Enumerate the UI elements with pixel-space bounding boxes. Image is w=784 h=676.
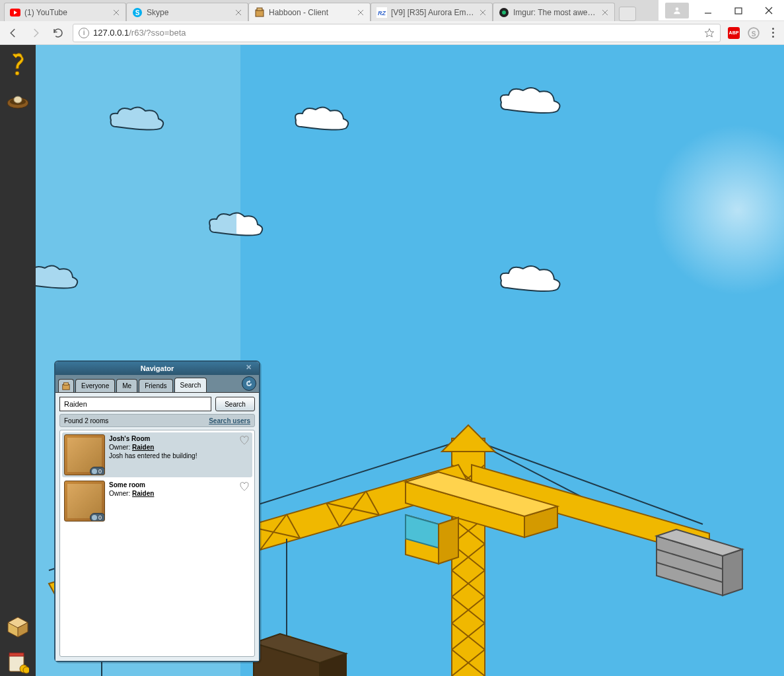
results-count: Found 2 rooms (64, 417, 108, 424)
tab-habboon[interactable]: Habboon - Client (248, 3, 371, 21)
close-icon[interactable] (112, 9, 120, 17)
navigator-titlebar[interactable]: Navigator ✕ (55, 362, 259, 375)
svg-rect-2 (735, 8, 742, 14)
reload-button[interactable] (50, 25, 66, 41)
chrome-menu-button[interactable] (767, 28, 779, 38)
room-description: Josh has entered the building! (109, 452, 250, 460)
chrome-user-button[interactable] (665, 3, 689, 18)
owner-link[interactable]: Raiden (132, 490, 154, 497)
room-title: Some room (109, 481, 250, 489)
omnibox[interactable]: i 127.0.0.1/r63/?sso=beta (73, 24, 721, 42)
tab-imgur[interactable]: Imgur: The most aweson (493, 3, 615, 21)
svg-rect-98 (64, 382, 69, 385)
address-bar: i 127.0.0.1/r63/?sso=beta ABP S (0, 21, 784, 45)
room-title: Josh's Room (109, 434, 250, 443)
tab-label: Imgur: The most aweson (513, 8, 598, 17)
room-item[interactable]: 0 Josh's Room Owner: Raiden Josh has ent… (62, 432, 252, 477)
tab-label: Habboon - Client (269, 8, 354, 17)
svg-point-38 (23, 667, 29, 673)
search-users-link[interactable]: Search users (209, 417, 250, 424)
room-owner: Owner: Raiden (109, 489, 250, 498)
nest-icon[interactable] (5, 87, 31, 114)
skype-extension-icon[interactable]: S (747, 26, 760, 40)
search-button[interactable]: Search (215, 397, 255, 411)
search-input[interactable] (59, 397, 211, 411)
room-thumbnail: 0 (64, 434, 105, 475)
new-tab-button[interactable] (619, 7, 636, 21)
svg-point-28 (15, 71, 19, 75)
room-thumbnail: 0 (64, 481, 105, 522)
close-icon[interactable] (234, 9, 242, 17)
svg-marker-91 (439, 518, 458, 564)
skype-icon: S (132, 7, 143, 18)
favorite-heart-icon[interactable] (239, 435, 250, 446)
svg-rect-36 (9, 653, 24, 656)
tab-me[interactable]: Me (116, 379, 137, 392)
room-owner: Owner: Raiden (109, 443, 250, 452)
svg-rect-14 (257, 8, 262, 11)
results-list: 0 Josh's Room Owner: Raiden Josh has ent… (59, 430, 255, 657)
svg-marker-61 (442, 425, 495, 452)
favorite-heart-icon[interactable] (239, 481, 250, 492)
owner-link[interactable]: Raiden (132, 444, 154, 451)
room-info: Josh's Room Owner: Raiden Josh has enter… (109, 434, 250, 475)
back-button[interactable] (5, 25, 21, 41)
svg-text:RZ: RZ (378, 10, 386, 17)
cloud-icon (108, 104, 168, 135)
close-icon[interactable]: ✕ (246, 363, 256, 374)
habbo-icon (254, 7, 265, 18)
cloud-icon (498, 263, 564, 296)
tab-label: (1) YouTube (24, 8, 110, 17)
help-icon[interactable] (5, 51, 31, 78)
svg-text:S: S (135, 9, 140, 17)
navigator-window[interactable]: Navigator ✕ Everyone Me Friends Search S… (54, 360, 260, 662)
room-item[interactable]: 0 Some room Owner: Raiden (62, 479, 252, 524)
svg-text:S: S (752, 30, 756, 37)
results-header: Found 2 rooms Search users (59, 414, 255, 427)
svg-marker-82 (723, 549, 742, 595)
window-minimize-button[interactable] (693, 0, 723, 21)
window-maximize-button[interactable] (723, 0, 754, 21)
tab-search[interactable]: Search (174, 378, 207, 392)
youtube-icon (10, 7, 20, 18)
svg-point-22 (502, 11, 506, 15)
user-count-badge: 0 (90, 513, 105, 522)
user-count-badge: 0 (90, 467, 105, 475)
catalog-icon[interactable] (5, 650, 31, 676)
page-content: beta Navigator ✕ Everyone Me Friends Sea… (0, 45, 784, 676)
browser-tabstrip: (1) YouTube S Skype Habboon - Client RZ … (0, 0, 659, 21)
svg-point-0 (676, 7, 679, 11)
tab-friends[interactable]: Friends (139, 379, 172, 392)
cloud-icon (36, 263, 82, 293)
url-text: 127.0.0.1/r63/?sso=beta (93, 28, 700, 38)
forward-button[interactable] (28, 25, 44, 41)
tab-skype[interactable]: S Skype (126, 3, 248, 21)
bookmark-star-icon[interactable] (704, 28, 715, 38)
site-info-icon[interactable]: i (79, 28, 89, 38)
close-icon[interactable] (479, 9, 487, 17)
tab-home[interactable] (58, 379, 74, 392)
cloud-icon (498, 84, 564, 118)
navigator-tabs: Everyone Me Friends Search (55, 375, 259, 392)
tab-youtube[interactable]: (1) YouTube (4, 3, 126, 21)
navigator-body: Search Found 2 rooms Search users 0 Josh… (55, 392, 259, 661)
svg-point-31 (14, 96, 22, 103)
refresh-button[interactable] (242, 376, 256, 391)
svg-marker-25 (705, 28, 713, 37)
tab-aurora[interactable]: RZ [V9] [R35] Aurora Emula (371, 3, 493, 21)
game-sidebar (0, 45, 36, 676)
navigator-title: Navigator (141, 364, 174, 372)
rz-icon: RZ (376, 7, 387, 18)
tab-label: [V9] [R35] Aurora Emula (391, 8, 476, 17)
tab-label: Skype (147, 8, 232, 17)
close-icon[interactable] (357, 9, 365, 17)
room-icon[interactable] (5, 614, 31, 640)
tab-everyone[interactable]: Everyone (75, 379, 115, 392)
imgur-icon (499, 7, 509, 18)
room-info: Some room Owner: Raiden (109, 481, 250, 522)
cloud-icon (207, 210, 267, 240)
close-icon[interactable] (601, 9, 609, 17)
cloud-icon (293, 104, 353, 135)
window-close-button[interactable] (754, 0, 784, 21)
abp-extension-icon[interactable]: ABP (727, 26, 740, 40)
